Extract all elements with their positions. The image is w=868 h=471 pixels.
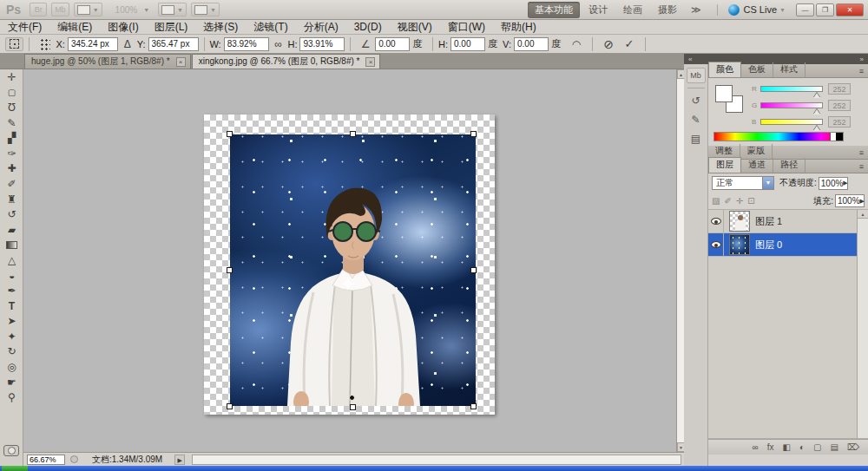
- layer-thumbnail-person[interactable]: [729, 211, 750, 232]
- width-input[interactable]: [224, 37, 269, 51]
- eyedropper-tool[interactable]: ✑: [0, 146, 23, 161]
- stepper-icon[interactable]: ▶: [843, 180, 847, 186]
- tab-paths[interactable]: 路径: [773, 158, 806, 173]
- workspace-photography-button[interactable]: 摄影: [651, 2, 684, 18]
- menu-layer[interactable]: 图层(L): [147, 20, 196, 35]
- path-selection-tool[interactable]: ➤: [0, 314, 23, 330]
- marquee-tool[interactable]: ▢: [0, 85, 23, 101]
- workspace-essentials-button[interactable]: 基本功能: [528, 2, 580, 18]
- layer-comps-panel-icon[interactable]: ▤: [687, 131, 706, 147]
- document-tab-xingkong[interactable]: xingkong.jpg @ 66.7% (图层 0, RGB/8#) * ×: [192, 54, 381, 69]
- transform-handle-top-right[interactable]: [470, 131, 477, 137]
- v-skew-input[interactable]: [514, 37, 549, 51]
- fill-input[interactable]: 100% ▶: [835, 194, 865, 207]
- mini-bridge-button[interactable]: Mb: [51, 3, 69, 16]
- brush-tool[interactable]: ✐: [0, 176, 23, 192]
- transform-handle-top-center[interactable]: [350, 131, 356, 137]
- new-group-icon[interactable]: ▢: [813, 442, 821, 452]
- menu-analysis[interactable]: 分析(A): [296, 20, 346, 35]
- crop-tool[interactable]: ▞: [0, 130, 23, 146]
- height-input[interactable]: [299, 37, 345, 51]
- starry-sky-image[interactable]: [230, 134, 476, 406]
- tab-color[interactable]: 颜色: [708, 62, 741, 77]
- tool-presets-panel-icon[interactable]: ✎: [687, 112, 706, 128]
- transform-handle-bottom-center[interactable]: [350, 404, 356, 410]
- restore-button[interactable]: ❐: [816, 3, 834, 16]
- transform-handle-bottom-left[interactable]: [227, 403, 233, 409]
- status-more-button[interactable]: ▶: [174, 455, 185, 465]
- eraser-tool[interactable]: ▰: [0, 222, 23, 238]
- green-value[interactable]: 252: [828, 100, 851, 111]
- screen-mode-button[interactable]: ▼: [191, 3, 220, 16]
- slider-thumb[interactable]: [813, 109, 820, 114]
- angle-input[interactable]: [375, 37, 410, 51]
- menu-help[interactable]: 帮助(H): [493, 20, 544, 35]
- blur-tool[interactable]: △: [0, 252, 23, 268]
- blend-mode-select[interactable]: 正常 ▼: [712, 176, 774, 190]
- stepper-icon[interactable]: ▶: [860, 198, 865, 205]
- workspace-overflow-button[interactable]: ≫: [686, 4, 707, 16]
- slider-thumb[interactable]: [813, 126, 820, 131]
- blue-slider[interactable]: [760, 119, 823, 125]
- history-panel-icon[interactable]: ↺: [687, 93, 706, 108]
- y-input[interactable]: [148, 37, 199, 51]
- dodge-tool[interactable]: ◒: [0, 268, 23, 284]
- cancel-transform-icon[interactable]: ⊘: [601, 37, 616, 51]
- lock-move-icon[interactable]: ✛: [736, 196, 743, 206]
- black-swatch[interactable]: [836, 133, 843, 141]
- lasso-tool[interactable]: Ʊ: [0, 100, 23, 115]
- close-button[interactable]: ✕: [836, 3, 864, 16]
- panel-menu-icon[interactable]: ≡: [855, 162, 868, 173]
- view-extras-button[interactable]: ▼: [74, 3, 102, 16]
- layer-thumbnail-starry[interactable]: [729, 234, 750, 255]
- move-tool[interactable]: ✛: [0, 69, 23, 85]
- type-tool[interactable]: T: [0, 298, 23, 314]
- blue-value[interactable]: 252: [828, 116, 851, 128]
- collapse-dock-icon[interactable]: «: [688, 56, 692, 63]
- tab-channels[interactable]: 通道: [741, 158, 773, 173]
- lock-paint-icon[interactable]: ✐: [724, 196, 731, 206]
- pen-tool[interactable]: ✒: [0, 283, 23, 298]
- panel-menu-icon[interactable]: ≡: [855, 67, 868, 77]
- relative-position-toggle[interactable]: Δ: [121, 37, 135, 51]
- gradient-tool[interactable]: [0, 238, 23, 253]
- bridge-button[interactable]: Br: [30, 3, 47, 16]
- transform-handle-middle-left[interactable]: [227, 267, 233, 273]
- workspace-design-button[interactable]: 设计: [582, 2, 615, 18]
- panel-menu-icon[interactable]: ≡: [855, 148, 868, 159]
- red-value[interactable]: 252: [828, 83, 851, 95]
- green-slider[interactable]: [760, 102, 823, 108]
- minimize-button[interactable]: —: [796, 3, 814, 16]
- layer-row-1[interactable]: 图层 1: [708, 210, 868, 233]
- 3d-rotate-tool[interactable]: ↻: [0, 344, 23, 360]
- delete-layer-icon[interactable]: ⌦: [847, 442, 859, 452]
- panel-foreground-swatch[interactable]: [715, 85, 733, 102]
- layer-style-icon[interactable]: fx: [767, 442, 774, 452]
- visibility-cell[interactable]: [708, 210, 724, 233]
- layer-row-0[interactable]: 图层 0: [708, 233, 868, 257]
- transform-reference-point[interactable]: [349, 395, 355, 401]
- layer-list-scrollbar[interactable]: ▲: [857, 210, 868, 438]
- color-spectrum-ramp[interactable]: [713, 132, 844, 141]
- link-layers-icon[interactable]: ∞: [753, 442, 759, 452]
- custom-shape-tool[interactable]: ✦: [0, 329, 23, 344]
- 3d-orbit-tool[interactable]: ◎: [0, 359, 23, 375]
- white-swatch[interactable]: [830, 133, 836, 141]
- menu-edit[interactable]: 编辑(E): [49, 20, 100, 35]
- red-slider[interactable]: [760, 86, 823, 92]
- menu-image[interactable]: 图像(I): [100, 20, 146, 35]
- arrange-documents-button[interactable]: ▼: [158, 3, 187, 16]
- transform-handle-top-left[interactable]: [227, 131, 233, 137]
- vertical-scrollbar[interactable]: ▲ ▼: [676, 69, 684, 452]
- quick-selection-tool[interactable]: ✎: [0, 115, 23, 131]
- horizontal-scrollbar[interactable]: [192, 455, 681, 465]
- status-zoom-input[interactable]: [27, 455, 65, 465]
- close-tab-icon[interactable]: ×: [365, 57, 375, 67]
- menu-file[interactable]: 文件(F): [0, 20, 49, 35]
- tab-styles[interactable]: 样式: [773, 62, 806, 77]
- add-layer-mask-icon[interactable]: ◧: [782, 442, 790, 452]
- close-tab-icon[interactable]: ×: [176, 57, 186, 67]
- tab-layers[interactable]: 图层: [708, 157, 741, 173]
- visibility-cell[interactable]: [708, 233, 724, 257]
- transform-handle-bottom-right[interactable]: [470, 403, 477, 409]
